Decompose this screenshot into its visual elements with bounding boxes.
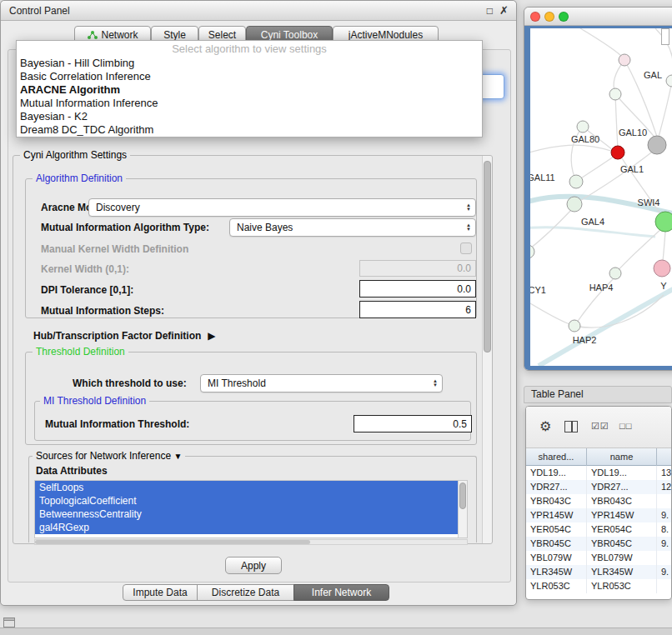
cell-name: YBR043C [587,494,657,508]
close-traffic-light[interactable] [530,12,540,22]
node-label: Y [660,281,667,291]
float-window-icon[interactable]: □ [487,1,493,21]
table-row[interactable]: YDL19... YDL19... 13 [526,466,672,480]
deselect-all-checks-icon[interactable]: □□ [619,421,632,431]
attribute-item[interactable]: TopologicalCoefficient [35,494,458,508]
attribute-item[interactable]: BetweennessCentrality [35,508,458,521]
control-panel-titlebar[interactable]: Control Panel □ ✗ [1,1,516,21]
mi-threshold-input[interactable]: 0.5 [354,415,472,432]
close-window-icon[interactable]: ✗ [499,1,509,21]
cell-shared-name: YPR145W [526,508,587,522]
minimize-traffic-light[interactable] [544,12,554,22]
hub-section-toggle[interactable]: Hub/Transcription Factor Definition ▶ [33,329,216,342]
table-row[interactable]: YBR043C YBR043C [526,494,672,508]
column-header-partial[interactable] [657,448,672,466]
network-node-pink[interactable] [654,260,670,277]
columns-icon[interactable] [564,421,578,432]
network-window-titlebar[interactable] [524,8,672,26]
canvas-scrollbar-fragment[interactable] [661,28,669,45]
table-row[interactable]: YLR345W YLR345W 9. [526,565,672,579]
dropdown-item-bayesian-hill[interactable]: Bayesian - Hill Climbing [17,57,482,70]
table-row[interactable]: YBL079W YBL079W [526,551,672,565]
kernel-width-label: Kernel Width (0,1): [41,263,129,275]
column-header-name[interactable]: name [587,448,657,466]
mi-steps-label: Mutual Information Steps: [41,305,164,317]
bottom-tab-infer-network[interactable]: Infer Network [293,584,389,601]
which-threshold-select[interactable]: MI Threshold ▲▼ [200,374,443,392]
node-label: HAP4 [589,282,614,292]
apply-button-label: Apply [241,560,266,572]
table-panel-titlebar[interactable]: Table Panel [524,386,672,403]
cell-value [657,551,672,565]
cell-shared-name: YBL079W [526,551,587,565]
dropdown-item-mutual-information[interactable]: Mutual Information Inference [17,97,482,110]
network-node[interactable] [567,197,582,212]
network-canvas[interactable]: GAL GAL80 GAL10 GAL11 GAL1 SWI4 GAL4 GCY… [530,28,672,366]
combo-arrows-icon: ▲▼ [466,223,471,232]
network-node[interactable] [530,245,534,258]
attributes-scrollbar-thumb[interactable] [459,482,466,509]
attributes-hscrollbar-thumb[interactable] [35,540,310,544]
table-row[interactable]: YDR27... YDR27... 12 [526,480,672,494]
table-row[interactable]: YER054C YER054C 8. [526,522,672,537]
attributes-hscrollbar[interactable] [34,539,468,545]
table-row[interactable]: YPR145W YPR145W 9. [526,508,672,522]
attribute-item[interactable]: SelfLoops [35,481,458,494]
cell-name: YBL079W [587,551,657,565]
settings-scrollbar[interactable] [482,156,492,543]
manual-kernel-checkbox[interactable] [460,242,472,254]
table-row[interactable]: YLR053C YLR053C [526,579,672,593]
dropdown-item-basic-correlation[interactable]: Basic Correlation Inference [17,70,482,83]
tab-label: Style [163,29,186,41]
bottom-strip [0,628,672,635]
collapsed-window-icon[interactable] [3,618,15,628]
dropdown-item-aracne[interactable]: ARACNE Algorithm [17,83,482,97]
settings-scrollbar-thumb[interactable] [484,161,491,352]
network-node-green[interactable] [655,212,672,232]
network-node[interactable] [577,121,589,132]
network-node[interactable] [609,268,621,279]
bottom-tab-discretize-data[interactable]: Discretize Data [197,584,294,601]
cell-shared-name: YBR043C [526,494,587,508]
table-row[interactable]: YBR045C YBR045C 9. [526,537,672,551]
node-label: GAL11 [530,172,555,182]
mi-threshold-label: Mutual Information Threshold: [45,418,189,430]
dpi-tolerance-input[interactable]: 0.0 [359,280,476,298]
cell-shared-name: YDR27... [526,480,587,494]
kernel-width-input[interactable]: 0.0 [359,260,476,277]
combo-arrows-icon: ▲▼ [433,379,438,388]
cell-value: 13 [657,466,672,480]
network-node[interactable] [666,75,672,87]
sources-toggle[interactable]: Sources for Network Inference ▼ [33,450,185,462]
network-node[interactable] [569,175,583,188]
mi-steps-input[interactable]: 6 [359,301,476,318]
network-view-frame: GAL GAL80 GAL10 GAL11 GAL1 SWI4 GAL4 GCY… [524,26,672,371]
column-header-shared-name[interactable]: shared... [526,448,587,466]
gear-icon[interactable]: ⚙ [539,418,551,434]
attribute-item[interactable]: gal4RGexp [35,521,458,534]
network-node[interactable] [619,54,630,66]
tab-label: Cyni Toolbox [261,29,318,41]
apply-button[interactable]: Apply [225,557,282,574]
network-node[interactable] [609,88,621,100]
group-title: MI Threshold Definition [40,395,149,407]
cell-value: 9. [657,537,672,551]
attributes-list-scrollbar[interactable] [458,481,467,538]
window-title: Control Panel [9,1,70,21]
group-title: Algorithm Definition [33,172,126,184]
network-node-gray[interactable] [648,136,666,154]
aracne-mode-select[interactable]: Discovery ▲▼ [88,198,476,217]
dropdown-item-dream8[interactable]: Dream8 DC_TDC Algorithm [17,123,482,137]
group-title: Threshold Definition [33,346,128,358]
mi-type-select[interactable]: Naive Bayes ▲▼ [229,218,476,237]
cell-name: YDR27... [587,480,657,494]
bottom-tab-impute-data[interactable]: Impute Data [123,584,198,601]
network-node[interactable] [569,320,580,332]
attributes-list[interactable]: SelfLoops TopologicalCoefficient Between… [34,480,468,538]
cell-shared-name: YLR053C [526,579,587,593]
network-node-red[interactable] [611,146,624,159]
zoom-traffic-light[interactable] [559,12,569,22]
cell-name: YDL19... [587,466,657,480]
select-all-checks-icon[interactable]: ☑☑ [591,421,609,432]
dropdown-item-bayesian-k2[interactable]: Bayesian - K2 [17,110,482,123]
